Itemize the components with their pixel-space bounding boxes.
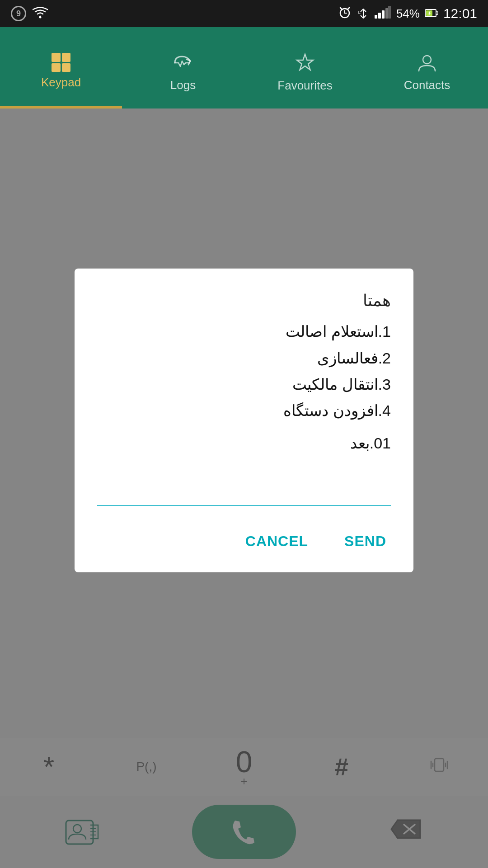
notification-icon: 9 [11, 6, 26, 21]
dialog-actions: CANCEL SEND [97, 524, 391, 554]
tab-contacts[interactable]: Contacts [366, 36, 488, 108]
svg-rect-5 [382, 10, 385, 19]
status-time: 12:01 [443, 6, 477, 21]
svg-rect-7 [388, 6, 391, 19]
dialog-step-2: 2.فعالسازی [97, 346, 391, 370]
dialog-next: 01.بعد [97, 434, 391, 452]
battery-text: 54% [396, 7, 420, 21]
dialog-step-1: 1.استعلام اصالت [97, 319, 391, 344]
dialog: همتا 1.استعلام اصالت 2.فعالسازی 3.انتقال… [75, 269, 413, 572]
wifi-icon [33, 6, 48, 21]
tab-bar: Keypad Logs Favourites [0, 36, 488, 108]
data-icon: E [357, 7, 369, 20]
svg-text:E: E [358, 10, 361, 14]
logs-icon [172, 53, 194, 75]
svg-rect-6 [385, 8, 388, 19]
app-header: Keypad Logs Favourites [0, 27, 488, 108]
dialog-body: 1.استعلام اصالت 2.فعالسازی 3.انتقال مالک… [97, 319, 391, 423]
tab-contacts-label: Contacts [404, 78, 450, 92]
dialog-title: همتا [97, 291, 391, 310]
status-bar-right: E 54% 12:01 [338, 5, 477, 23]
signal-icon [375, 6, 391, 22]
dialog-overlay: همتا 1.استعلام اصالت 2.فعالسازی 3.انتقال… [0, 108, 488, 868]
dialog-input[interactable] [97, 477, 391, 506]
send-button[interactable]: SEND [340, 528, 391, 554]
svg-rect-3 [375, 15, 377, 19]
keypad-icon [52, 53, 70, 72]
status-bar-left: 9 [11, 6, 48, 21]
cancel-button[interactable]: CANCEL [241, 528, 313, 554]
dialog-step-3: 3.انتقال مالکیت [97, 372, 391, 396]
tab-keypad[interactable]: Keypad [0, 36, 122, 108]
status-bar: 9 E [0, 0, 488, 27]
star-icon [294, 52, 316, 75]
dialog-content: همتا 1.استعلام اصالت 2.فعالسازی 3.انتقال… [97, 291, 391, 452]
tab-keypad-label: Keypad [41, 75, 81, 90]
contacts-nav-icon [417, 53, 437, 75]
battery-icon [425, 7, 438, 21]
tab-favourites[interactable]: Favourites [244, 36, 366, 108]
tab-logs-label: Logs [170, 78, 196, 92]
alarm-icon [338, 5, 352, 23]
tab-logs[interactable]: Logs [122, 36, 244, 108]
dialog-step-4: 4.افزودن دستگاه [97, 398, 391, 423]
svg-point-0 [39, 16, 42, 19]
svg-rect-4 [378, 13, 381, 19]
svg-point-10 [423, 56, 431, 64]
tab-favourites-label: Favourites [277, 79, 332, 93]
